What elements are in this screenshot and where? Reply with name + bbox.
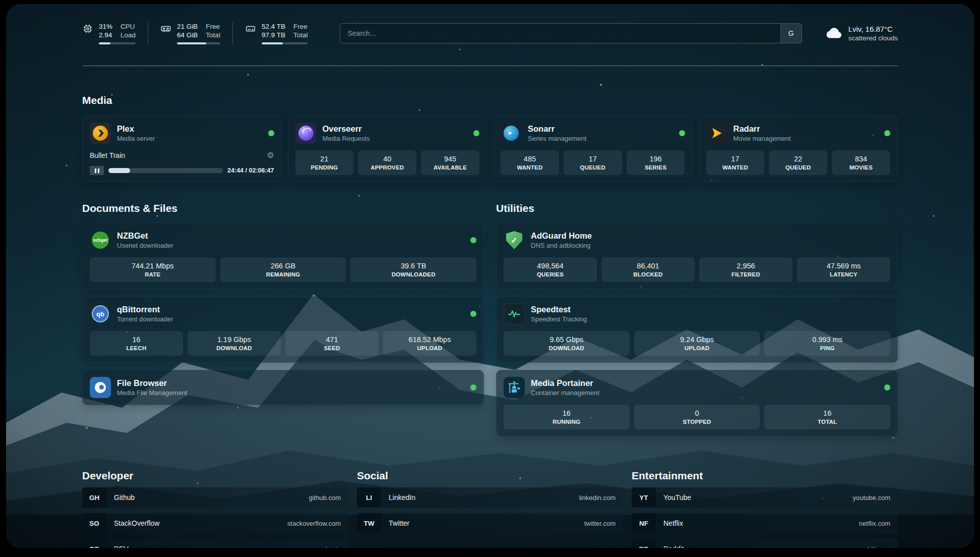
filebrowser-icon <box>90 377 111 398</box>
cpu-label: CPU <box>120 22 136 31</box>
app-desc: Usenet downloader <box>117 241 173 250</box>
stat-box: 47.569 ms LATENCY <box>797 257 890 282</box>
app-name: Sonarr <box>528 124 586 134</box>
app-name: Media Portainer <box>531 378 599 388</box>
dashboard-screen: 31% 2.94 CPU Load <box>6 4 974 548</box>
app-desc: Speedtest Tracking <box>531 315 587 323</box>
ram-free: 21 GiB <box>177 22 198 31</box>
bookmark-row-stackoverflow[interactable]: SO StackOverflow stackoverflow.com <box>82 513 348 533</box>
top-bar: 31% 2.94 CPU Load <box>82 22 898 44</box>
section-media: Media Plex Media server <box>82 94 898 182</box>
stat-box: 40 APPROVED <box>358 150 416 175</box>
app-name: File Browser <box>117 378 187 388</box>
app-card-speedtest[interactable]: Speedtest Speedtest Tracking 9.65 Gbps D… <box>496 296 898 363</box>
app-card-sonarr[interactable]: Sonarr Series management 485 WANTED 17 Q… <box>493 116 693 182</box>
disk-icon <box>245 23 256 44</box>
disk-stat: 52.4 TB 97.9 TB Free Total <box>232 22 320 44</box>
app-name: NZBGet <box>117 231 173 241</box>
bookmark-row-linkedin[interactable]: LI LinkedIn linkedin.com <box>357 487 623 508</box>
stat-box: 86,401 BLOCKED <box>601 257 695 282</box>
search-engine-button[interactable]: G <box>780 24 802 43</box>
app-card-qbittorrent[interactable]: qb qBittorrent Torrent downloader 16 <box>82 296 484 363</box>
portainer-icon <box>504 377 525 398</box>
bookmark-url: twitter.com <box>584 520 616 527</box>
app-desc: Media Requests <box>323 134 370 143</box>
section-title-utilities: Utilities <box>496 202 898 214</box>
app-desc: Media server <box>117 134 155 143</box>
status-dot <box>884 384 890 391</box>
stat-box: 945 AVAILABLE <box>421 150 479 175</box>
app-card-adguard[interactable]: ✓ AdGuard Home DNS and adblocking 498,56… <box>496 222 898 289</box>
bookmark-group-developer: Developer GH Github github.com SO StackO… <box>82 470 348 548</box>
stat-box: 17 WANTED <box>706 150 765 175</box>
cpu-stat: 31% 2.94 CPU Load <box>82 22 148 44</box>
bookmark-name: YouTube <box>663 493 691 502</box>
bookmark-url: reddit.com <box>860 545 890 548</box>
stat-box: 834 MOVIES <box>832 150 890 175</box>
bookmark-name: DEV <box>114 545 129 548</box>
app-card-radarr[interactable]: Radarr Movie management 17 WANTED 22 QUE… <box>699 116 898 182</box>
ram-stat: 21 GiB 64 GiB Free Total <box>148 22 232 44</box>
weather-condition: scattered clouds <box>848 34 898 42</box>
bookmark-abbr: SO <box>82 513 106 533</box>
cpu-load-label: Load <box>120 31 136 39</box>
plex-icon <box>90 123 111 144</box>
ram-usage-bar <box>177 42 220 44</box>
stat-box: 21 PENDING <box>295 150 354 175</box>
cpu-usage-bar <box>99 42 136 44</box>
disk-usage-bar <box>262 42 308 44</box>
stat-box: 22 QUEUED <box>769 150 827 175</box>
status-dot <box>470 237 476 243</box>
qbittorrent-icon: qb <box>90 303 111 324</box>
stat-box: 744.21 Mbps RATE <box>90 257 216 282</box>
search-bar: G <box>340 23 802 43</box>
cloud-icon <box>825 26 842 41</box>
bookmark-row-dev[interactable]: DT DEV dev.to <box>82 539 348 548</box>
bookmark-row-reddit[interactable]: RE Reddit reddit.com <box>632 539 898 548</box>
playback-progress-bar[interactable] <box>108 168 223 173</box>
status-dot <box>470 311 476 317</box>
bookmark-name: LinkedIn <box>389 493 415 502</box>
weather-widget: Lviv, 16.87°C scattered clouds <box>825 24 898 42</box>
stat-box: 196 SERIES <box>627 150 685 175</box>
cpu-load: 2.94 <box>99 31 112 39</box>
settings-gear-icon[interactable]: ⚙ <box>267 150 274 160</box>
ram-icon <box>160 23 171 44</box>
bookmark-row-netflix[interactable]: NF Netflix netflix.com <box>632 513 898 533</box>
bookmark-url: dev.to <box>324 545 341 548</box>
app-name: Speedtest <box>531 304 587 315</box>
stat-box: 1.19 Gbps DOWNLOAD <box>188 331 281 356</box>
bookmark-row-twitter[interactable]: TW Twitter twitter.com <box>357 513 623 533</box>
bookmark-abbr: DT <box>82 539 106 548</box>
app-card-nzbget[interactable]: nzbget NZBGet Usenet downloader 744.21 M… <box>82 222 484 289</box>
app-card-filebrowser[interactable]: File Browser Media File Management <box>82 370 484 405</box>
radarr-icon <box>706 123 727 144</box>
app-desc: Series management <box>528 134 586 143</box>
app-card-plex[interactable]: Plex Media server Bullet Train ⚙ <box>82 116 282 182</box>
bookmark-row-youtube[interactable]: YT YouTube youtube.com <box>632 487 898 508</box>
playback-time: 24:44 / 02:06:47 <box>227 167 274 174</box>
app-card-overseerr[interactable]: Overseerr Media Requests 21 PENDING 40 A… <box>288 116 487 182</box>
search-input[interactable] <box>340 24 780 43</box>
nzbget-icon: nzbget <box>90 230 111 251</box>
section-title-documents: Documents & Files <box>82 202 484 214</box>
sonarr-icon <box>501 123 522 144</box>
pause-button[interactable] <box>90 166 104 175</box>
app-name: AdGuard Home <box>531 231 592 241</box>
stat-box: 16 TOTAL <box>764 405 890 429</box>
stat-box: 2,956 FILTERED <box>699 257 792 282</box>
disk-free-label: Free <box>293 22 308 31</box>
bookmark-row-github[interactable]: GH Github github.com <box>82 487 348 508</box>
bookmark-group-social: Social LI LinkedIn linkedin.com TW Twitt… <box>357 470 623 548</box>
bookmark-name: Reddit <box>663 545 684 548</box>
app-desc: Torrent downloader <box>117 315 173 323</box>
stat-box: 17 QUEUED <box>564 150 622 175</box>
app-name: qBittorrent <box>117 304 173 315</box>
now-playing-title: Bullet Train <box>90 151 125 159</box>
app-card-portainer[interactable]: Media Portainer Container management 16 … <box>496 370 898 436</box>
app-name: Overseerr <box>323 124 370 134</box>
cpu-percent: 31% <box>99 22 112 31</box>
bookmark-abbr: TW <box>357 513 381 533</box>
section-title-media: Media <box>82 94 898 106</box>
stat-box: 618.52 Mbps UPLOAD <box>383 331 476 356</box>
